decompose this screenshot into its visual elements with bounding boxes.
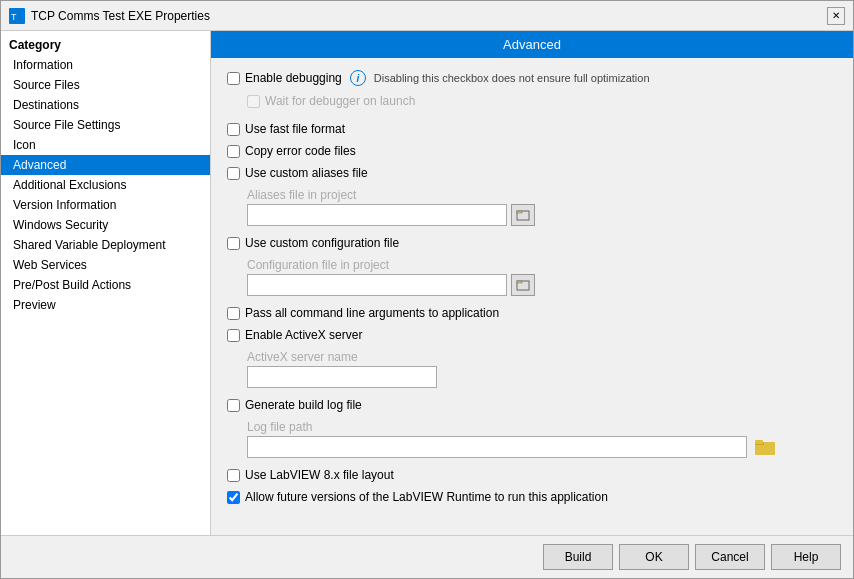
sidebar-item-shared-variable-deployment[interactable]: Shared Variable Deployment [1,235,210,255]
allow-future-label[interactable]: Allow future versions of the LabVIEW Run… [227,490,608,504]
aliases-field-label: Aliases file in project [247,188,837,202]
labview8x-label[interactable]: Use LabVIEW 8.x file layout [227,468,394,482]
copy-error-row: Copy error code files [227,144,837,158]
bottom-bar: Build OK Cancel Help [1,535,853,578]
main-panel: Advanced Enable debugging i Disabling th… [211,31,853,535]
svg-rect-9 [755,440,763,444]
activex-input[interactable] [247,366,437,388]
sidebar-item-source-file-settings[interactable]: Source File Settings [1,115,210,135]
activex-field-row [247,366,837,388]
info-icon: i [350,70,366,86]
custom-aliases-checkbox[interactable] [227,167,240,180]
sidebar-item-web-services[interactable]: Web Services [1,255,210,275]
custom-config-row: Use custom configuration file [227,236,837,250]
custom-aliases-label[interactable]: Use custom aliases file [227,166,368,180]
aliases-input[interactable] [247,204,507,226]
sidebar-item-icon[interactable]: Icon [1,135,210,155]
debugging-hint: Disabling this checkbox does not ensure … [374,72,650,84]
copy-error-checkbox[interactable] [227,145,240,158]
window-title: TCP Comms Test EXE Properties [31,9,210,23]
help-button[interactable]: Help [771,544,841,570]
config-field-group: Configuration file in project [227,258,837,296]
pass-cmd-label[interactable]: Pass all command line arguments to appli… [227,306,499,320]
log-field-group: Log file path [227,420,837,458]
labview8x-checkbox[interactable] [227,469,240,482]
activex-field-label: ActiveX server name [247,350,837,364]
sidebar-item-version-information[interactable]: Version Information [1,195,210,215]
main-window: T TCP Comms Test EXE Properties ✕ Catego… [0,0,854,579]
cancel-button[interactable]: Cancel [695,544,765,570]
wait-debugger-row: Wait for debugger on launch [247,94,837,108]
sidebar-item-windows-security[interactable]: Windows Security [1,215,210,235]
activex-label[interactable]: Enable ActiveX server [227,328,362,342]
title-bar-left: T TCP Comms Test EXE Properties [9,8,210,24]
labview8x-row: Use LabVIEW 8.x file layout [227,468,837,482]
config-input[interactable] [247,274,507,296]
generate-log-checkbox[interactable] [227,399,240,412]
sidebar-item-advanced[interactable]: Advanced [1,155,210,175]
svg-rect-6 [517,281,522,283]
fast-file-checkbox[interactable] [227,123,240,136]
enable-debugging-row: Enable debugging i Disabling this checkb… [227,70,837,86]
wait-debugger-checkbox[interactable] [247,95,260,108]
config-browse-button[interactable] [511,274,535,296]
fast-file-label[interactable]: Use fast file format [227,122,345,136]
sidebar-item-information[interactable]: Information [1,55,210,75]
generate-log-label[interactable]: Generate build log file [227,398,362,412]
config-field-row [247,274,837,296]
custom-config-checkbox[interactable] [227,237,240,250]
config-field-label: Configuration file in project [247,258,837,272]
build-button[interactable]: Build [543,544,613,570]
sidebar-item-destinations[interactable]: Destinations [1,95,210,115]
svg-rect-4 [517,211,522,213]
title-bar: T TCP Comms Test EXE Properties ✕ [1,1,853,31]
log-input[interactable] [247,436,747,458]
custom-aliases-row: Use custom aliases file [227,166,837,180]
sidebar-item-pre-post-build[interactable]: Pre/Post Build Actions [1,275,210,295]
close-button[interactable]: ✕ [827,7,845,25]
sidebar-item-additional-exclusions[interactable]: Additional Exclusions [1,175,210,195]
log-field-row [247,436,837,458]
app-icon: T [9,8,25,24]
content-area: Category Information Source Files Destin… [1,31,853,535]
enable-debugging-checkbox[interactable] [227,72,240,85]
sidebar-item-source-files[interactable]: Source Files [1,75,210,95]
ok-button[interactable]: OK [619,544,689,570]
pass-cmd-row: Pass all command line arguments to appli… [227,306,837,320]
activex-field-group: ActiveX server name [227,350,837,388]
allow-future-row: Allow future versions of the LabVIEW Run… [227,490,837,504]
wait-debugger-label[interactable]: Wait for debugger on launch [247,94,415,108]
sidebar: Category Information Source Files Destin… [1,31,211,535]
activex-row: Enable ActiveX server [227,328,837,342]
sidebar-item-preview[interactable]: Preview [1,295,210,315]
browse-icon-2 [516,278,530,292]
svg-text:T: T [11,12,17,22]
enable-debugging-label[interactable]: Enable debugging [227,71,342,85]
copy-error-label[interactable]: Copy error code files [227,144,356,158]
folder-icon [755,438,775,456]
aliases-browse-button[interactable] [511,204,535,226]
aliases-field-row [247,204,837,226]
panel-header: Advanced [211,31,853,58]
log-field-label: Log file path [247,420,837,434]
custom-config-label[interactable]: Use custom configuration file [227,236,399,250]
fast-file-row: Use fast file format [227,122,837,136]
allow-future-checkbox[interactable] [227,491,240,504]
browse-icon [516,208,530,222]
pass-cmd-checkbox[interactable] [227,307,240,320]
activex-checkbox[interactable] [227,329,240,342]
generate-log-row: Generate build log file [227,398,837,412]
log-folder-button[interactable] [751,436,779,458]
sidebar-category-label: Category [1,35,210,55]
aliases-field-group: Aliases file in project [227,188,837,226]
panel-body: Enable debugging i Disabling this checkb… [211,58,853,535]
